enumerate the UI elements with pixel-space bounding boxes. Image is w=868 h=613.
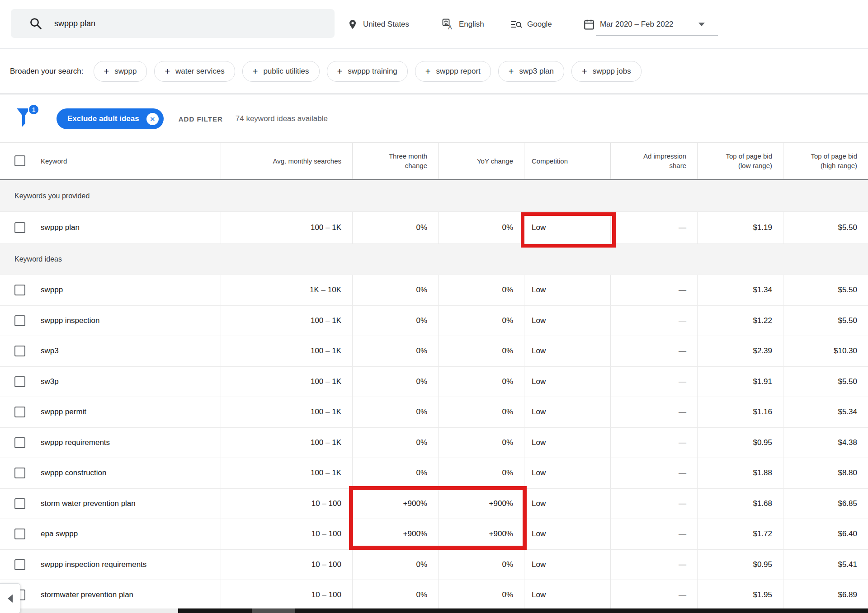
bid-high-cell: $5.41: [783, 550, 868, 580]
plus-icon: +: [253, 67, 258, 76]
row-checkbox[interactable]: [14, 346, 25, 356]
plus-icon: +: [582, 67, 587, 76]
header-yoy-change[interactable]: YoY change: [438, 143, 524, 179]
three-month-change-cell: 0%: [352, 275, 438, 305]
bid-high-cell: $5.50: [783, 306, 868, 336]
broaden-chip-swppp[interactable]: + swppp: [94, 61, 147, 82]
avg-monthly-searches-cell: 10 – 100: [221, 519, 352, 549]
row-checkbox[interactable]: [14, 468, 25, 478]
avg-monthly-searches-cell: 10 – 100: [221, 489, 352, 519]
header-keyword: Keyword: [0, 143, 221, 179]
keyword-cell: storm water prevention plan: [0, 489, 221, 519]
calendar-icon: [583, 19, 595, 30]
select-all-checkbox[interactable]: [14, 155, 25, 166]
table-header-row: Keyword Avg. monthly searches Three mont…: [0, 142, 868, 180]
annotation-box-competition: [521, 212, 616, 248]
row-checkbox[interactable]: [14, 437, 25, 448]
ad-impression-share-cell: —: [610, 580, 697, 610]
section-header-keywords-you-provided: Keywords you provided: [0, 180, 868, 212]
avg-monthly-searches-cell: 100 – 1K: [221, 367, 352, 397]
row-checkbox[interactable]: [14, 559, 25, 570]
plus-icon: +: [165, 67, 170, 76]
add-filter-button[interactable]: ADD FILTER: [179, 115, 223, 123]
ad-impression-share-cell: —: [610, 336, 697, 366]
exclude-adult-ideas-filter-chip[interactable]: Exclude adult ideas ✕: [57, 108, 164, 129]
keyword-cell: epa swppp: [0, 519, 221, 549]
row-checkbox[interactable]: [14, 285, 25, 295]
search-network-icon: [510, 19, 522, 30]
bid-low-cell: $1.91: [697, 367, 783, 397]
filter-funnel-button[interactable]: 1: [16, 108, 37, 130]
three-month-change-cell: 0%: [352, 212, 438, 243]
bid-high-cell: $5.50: [783, 367, 868, 397]
table-row-swppp-permit: swppp permit 100 – 1K 0% 0% Low — $1.16 …: [0, 397, 868, 428]
language-selector[interactable]: A English: [442, 0, 484, 48]
competition-cell: Low: [524, 428, 610, 458]
avg-monthly-searches-cell: 100 – 1K: [221, 306, 352, 336]
broaden-chip-swppp-report[interactable]: + swppp report: [415, 61, 491, 82]
keyword-cell: swppp construction: [0, 458, 221, 488]
ad-impression-share-cell: —: [610, 428, 697, 458]
header-competition[interactable]: Competition: [524, 143, 610, 179]
broaden-chip-water-services[interactable]: + water services: [154, 61, 235, 82]
row-checkbox[interactable]: [14, 315, 25, 326]
bid-low-cell: $1.68: [697, 489, 783, 519]
avg-monthly-searches-cell: 10 – 100: [221, 580, 352, 610]
avg-monthly-searches-cell: 100 – 1K: [221, 212, 352, 243]
network-selector[interactable]: Google: [510, 0, 552, 48]
bid-low-cell: $1.22: [697, 306, 783, 336]
three-month-change-cell: 0%: [352, 336, 438, 366]
ad-impression-share-cell: —: [610, 275, 697, 305]
keyword-search-box[interactable]: swppp plan: [11, 9, 335, 38]
competition-cell: Low: [524, 336, 610, 366]
remove-filter-icon[interactable]: ✕: [146, 113, 159, 125]
section-header-keyword-ideas: Keyword ideas: [0, 244, 868, 275]
broaden-chip-swp3-plan[interactable]: + swp3 plan: [498, 61, 564, 82]
translate-icon: A: [442, 19, 454, 30]
avg-monthly-searches-cell: 1K – 10K: [221, 275, 352, 305]
bid-high-cell: $5.50: [783, 212, 868, 243]
ad-impression-share-cell: —: [610, 212, 697, 243]
three-month-change-cell: 0%: [352, 458, 438, 488]
avg-monthly-searches-cell: 10 – 100: [221, 550, 352, 580]
table-row-swppp-inspection: swppp inspection 100 – 1K 0% 0% Low — $1…: [0, 306, 868, 337]
location-pin-icon: [347, 19, 358, 30]
three-month-change-cell: 0%: [352, 306, 438, 336]
filter-count-badge: 1: [28, 104, 39, 115]
bid-high-cell: $10.30: [783, 336, 868, 366]
avg-monthly-searches-cell: 100 – 1K: [221, 397, 352, 427]
plus-icon: +: [104, 67, 109, 76]
chevron-down-icon[interactable]: [698, 23, 705, 26]
header-ad-impression-share[interactable]: Ad impression share: [610, 143, 697, 179]
bid-high-cell: $5.34: [783, 397, 868, 427]
yoy-change-cell: 0%: [438, 367, 524, 397]
row-checkbox[interactable]: [14, 407, 25, 417]
ad-impression-share-cell: —: [610, 489, 697, 519]
row-checkbox[interactable]: [14, 529, 25, 539]
location-selector[interactable]: United States: [347, 0, 409, 48]
row-checkbox[interactable]: [14, 222, 25, 233]
bid-low-cell: $1.34: [697, 275, 783, 305]
search-input[interactable]: swppp plan: [54, 19, 95, 28]
yoy-change-cell: 0%: [438, 306, 524, 336]
row-checkbox[interactable]: [14, 498, 25, 509]
broaden-chip-swppp-jobs[interactable]: + swppp jobs: [571, 61, 642, 82]
table-row-stormwater-prevention-plan: stormwater prevention plan 10 – 100 0% 0…: [0, 580, 868, 611]
keyword-planner-page: swppp plan United States A English: [0, 0, 868, 613]
broaden-label: Broaden your search:: [10, 67, 84, 76]
row-checkbox[interactable]: [14, 376, 25, 387]
broaden-chip-public-utilities[interactable]: + public utilities: [242, 61, 320, 82]
bid-low-cell: $0.95: [697, 428, 783, 458]
header-top-of-page-bid-high[interactable]: Top of page bid (high range): [783, 143, 868, 179]
yoy-change-cell: 0%: [438, 212, 524, 243]
keyword-cell: sw3p: [0, 367, 221, 397]
broaden-chip-swppp-training[interactable]: + swppp training: [327, 61, 408, 82]
header-three-month-change[interactable]: Three month change: [352, 143, 438, 179]
header-avg-monthly-searches[interactable]: Avg. monthly searches: [221, 143, 352, 179]
search-icon: [29, 17, 42, 30]
scroll-left-button[interactable]: [0, 583, 20, 613]
broaden-search-bar: Broaden your search: + swppp + water ser…: [0, 49, 868, 94]
date-range-selector[interactable]: Mar 2020 – Feb 2022: [583, 0, 705, 48]
yoy-change-cell: 0%: [438, 336, 524, 366]
header-top-of-page-bid-low[interactable]: Top of page bid (low range): [697, 143, 783, 179]
